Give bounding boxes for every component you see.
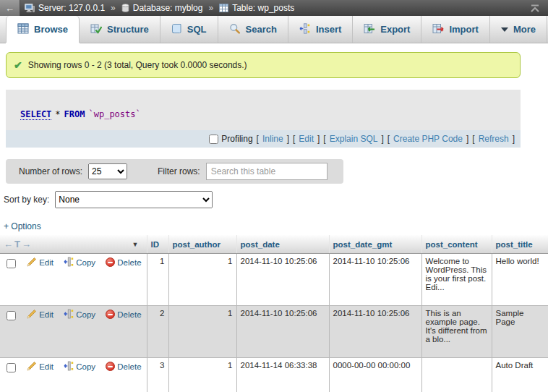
cell-post-title[interactable]: Auto Draft xyxy=(492,358,548,392)
tab-export[interactable]: Export xyxy=(353,16,421,43)
tab-more[interactable]: More xyxy=(490,16,547,43)
column-header-post-title[interactable]: post_title xyxy=(492,235,548,254)
edit-row-link[interactable]: Edit xyxy=(27,362,53,371)
sort-by-key-label: Sort by key: xyxy=(4,195,49,205)
profiling-checkbox[interactable] xyxy=(209,135,218,144)
copy-row-link[interactable]: Copy xyxy=(64,362,95,371)
bracket: [ xyxy=(323,134,325,144)
row-actions-cell: Edit Copy Delete xyxy=(0,358,147,392)
number-of-rows-select[interactable]: 25 xyxy=(88,163,127,179)
cell-post-author[interactable]: 1 xyxy=(168,306,236,358)
cell-post-date-gmt[interactable]: 2014-11-10 10:25:06 xyxy=(329,306,421,358)
cell-id[interactable]: 1 xyxy=(147,254,168,306)
structure-icon xyxy=(90,23,102,36)
server-icon xyxy=(25,4,35,13)
cell-post-date-gmt[interactable]: 0000-00-00 00:00:00 xyxy=(329,358,421,392)
filter-rows-input[interactable] xyxy=(206,163,327,180)
column-header-post-author[interactable]: post_author xyxy=(168,235,236,254)
sql-query-box: SELECT*FROM`wp_posts` Profiling [Inline]… xyxy=(6,90,521,148)
refresh-link[interactable]: Refresh xyxy=(479,134,509,144)
tab-browse[interactable]: Browse xyxy=(6,16,80,43)
cell-post-content[interactable]: Welcome to WordPress. This is your first… xyxy=(421,254,492,306)
row-select-checkbox[interactable] xyxy=(7,259,16,268)
edit-row-link[interactable]: Edit xyxy=(27,258,53,267)
cell-post-content[interactable]: This is an example page. It's different … xyxy=(421,306,492,358)
column-header-id[interactable]: ID xyxy=(147,235,168,254)
column-actions-header: ←T→ ▼ xyxy=(0,235,147,254)
breadcrumb-database-label: Database: myblog xyxy=(133,3,203,13)
cell-post-date[interactable]: 2014-11-10 10:25:06 xyxy=(236,306,329,358)
cell-id[interactable]: 3 xyxy=(147,358,168,392)
cell-post-date-gmt[interactable]: 2014-11-10 10:25:06 xyxy=(329,254,421,306)
tab-insert-label: Insert xyxy=(316,24,341,35)
tab-browse-label: Browse xyxy=(34,24,68,35)
tab-sql[interactable]: SQL xyxy=(160,16,218,43)
nav-panel-toggle-button[interactable]: ← xyxy=(0,0,20,16)
tab-import[interactable]: Import xyxy=(421,16,489,43)
pencil-icon xyxy=(27,361,37,372)
breadcrumb-database[interactable]: Database: myblog xyxy=(121,3,203,13)
sql-keyword-from: FROM xyxy=(64,109,85,119)
table-icon xyxy=(219,4,228,12)
bracket: ] xyxy=(287,134,289,144)
options-toggle-link[interactable]: + Options xyxy=(4,221,41,231)
delete-row-link[interactable]: Delete xyxy=(106,258,141,267)
row-actions-cell: Edit Copy Delete xyxy=(0,306,147,358)
browse-icon xyxy=(17,23,29,36)
column-visibility-controls[interactable]: ←T→ xyxy=(4,239,33,250)
tab-search[interactable]: Search xyxy=(218,16,288,43)
filter-rows-label: Filter rows: xyxy=(158,166,200,176)
row-select-checkbox[interactable] xyxy=(7,311,16,320)
sql-keyword-select[interactable]: SELECT xyxy=(20,109,51,120)
cell-post-date[interactable]: 2014-11-14 06:33:38 xyxy=(236,358,329,392)
create-php-code-link[interactable]: Create PHP Code xyxy=(393,134,463,144)
tab-import-label: Import xyxy=(449,24,478,35)
bracket: ] xyxy=(317,134,320,144)
cell-id[interactable]: 2 xyxy=(147,306,168,358)
cell-post-date[interactable]: 2014-11-10 10:25:06 xyxy=(236,254,329,306)
pencil-icon xyxy=(27,309,37,320)
copy-row-link[interactable]: Copy xyxy=(64,310,95,319)
table-row: Edit Copy Delete 3 1 2014-11-14 06:33:38… xyxy=(0,358,548,392)
chevron-down-icon xyxy=(501,27,508,32)
bracket: [ xyxy=(293,134,295,144)
explain-sql-link[interactable]: Explain SQL xyxy=(330,134,378,144)
column-header-post-date-gmt[interactable]: post_date_gmt xyxy=(329,235,421,254)
copy-icon xyxy=(64,361,74,372)
inline-link[interactable]: Inline xyxy=(262,134,283,144)
cell-post-title[interactable]: Hello world! xyxy=(492,254,548,306)
cell-post-author[interactable]: 1 xyxy=(168,254,236,306)
delete-row-link[interactable]: Delete xyxy=(106,310,141,319)
edit-row-link[interactable]: Edit xyxy=(27,310,53,319)
delete-icon xyxy=(106,257,115,267)
breadcrumb-table[interactable]: Table: wp_posts xyxy=(219,3,294,13)
scroll-to-top-button[interactable] xyxy=(529,4,541,12)
column-header-post-content[interactable]: post_content xyxy=(421,235,492,254)
sort-row: Sort by key: None xyxy=(4,191,548,208)
tab-insert[interactable]: Insert xyxy=(288,16,353,43)
sort-by-key-select[interactable]: None xyxy=(55,191,213,208)
breadcrumb-server[interactable]: Server: 127.0.0.1 xyxy=(25,3,105,13)
cell-post-author[interactable]: 1 xyxy=(168,358,236,392)
breadcrumb-separator: » xyxy=(208,3,213,13)
cell-post-title[interactable]: Sample Page xyxy=(492,306,548,358)
export-icon xyxy=(364,23,375,36)
copy-icon xyxy=(64,309,74,320)
sort-dropdown-icon[interactable]: ▼ xyxy=(132,241,139,248)
breadcrumb-separator: » xyxy=(111,3,116,13)
delete-row-link[interactable]: Delete xyxy=(106,362,141,371)
copy-row-link[interactable]: Copy xyxy=(64,258,95,267)
breadcrumb-table-label: Table: wp_posts xyxy=(232,3,294,13)
row-select-checkbox[interactable] xyxy=(7,363,16,372)
search-icon xyxy=(229,23,241,36)
copy-icon xyxy=(64,257,74,268)
bracket: [ xyxy=(388,134,390,144)
header-row: ←T→ ▼ ID post_author post_date post_date… xyxy=(0,235,548,254)
sql-query-text: SELECT*FROM`wp_posts` xyxy=(6,90,521,130)
tab-structure[interactable]: Structure xyxy=(80,16,160,43)
column-header-post-date[interactable]: post_date xyxy=(236,235,329,254)
cell-post-content[interactable] xyxy=(421,358,492,392)
edit-query-link[interactable]: Edit xyxy=(299,134,314,144)
delete-icon xyxy=(106,310,115,319)
success-check-icon: ✔ xyxy=(14,60,22,70)
